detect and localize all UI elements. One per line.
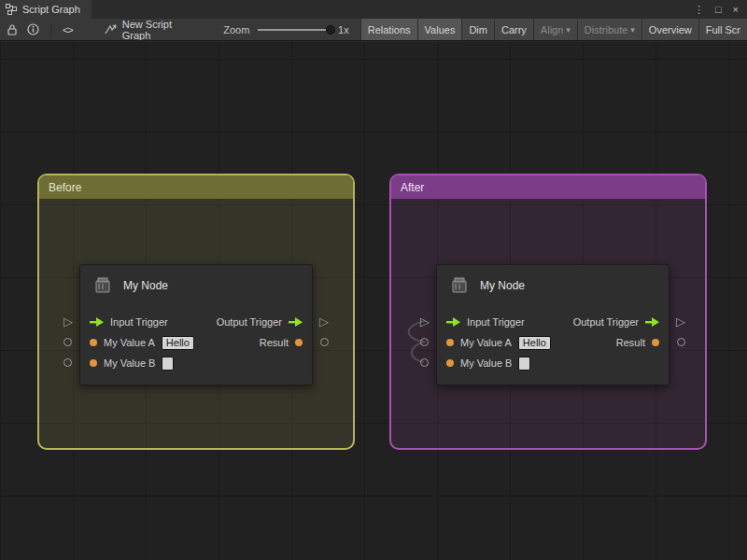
result-port[interactable] — [320, 338, 329, 346]
tab-label: Script Graph — [22, 4, 80, 15]
carry-button[interactable]: Carry — [494, 19, 533, 40]
node-my-node-before[interactable]: ▷ ▷ My Node Input Trigger — [79, 264, 313, 385]
value-a-field[interactable]: Hello — [518, 336, 551, 350]
value-port-dot — [295, 339, 303, 346]
trigger-arrow-icon — [645, 317, 659, 327]
maximize-icon[interactable]: □ — [715, 4, 722, 15]
input-trigger-label: Input Trigger — [467, 316, 525, 328]
value-a-label: My Value A — [104, 337, 155, 348]
value-port-dot — [652, 339, 659, 346]
graph-toolbar: <> New Script Graph Zoom 1x Relations Va… — [0, 19, 747, 41]
result-label: Result — [616, 337, 645, 348]
node-title: My Node — [123, 279, 168, 292]
trigger-arrow-icon — [446, 317, 460, 327]
relations-button[interactable]: Relations — [360, 19, 417, 40]
overview-button[interactable]: Overview — [641, 19, 698, 40]
trigger-arrow-icon — [289, 317, 303, 327]
value-a-port[interactable] — [63, 338, 72, 346]
menu-icon[interactable]: ⋮ — [694, 4, 704, 16]
graph-name-label: New Script Graph — [122, 19, 197, 41]
values-button[interactable]: Values — [417, 19, 462, 40]
window-controls: ⋮ □ × — [694, 0, 747, 19]
align-button[interactable]: Align▾ — [533, 19, 577, 40]
zoom-value: 1x — [338, 24, 349, 35]
group-after-header[interactable]: After — [391, 175, 705, 199]
value-b-port[interactable] — [420, 358, 429, 367]
script-graph-asset-icon — [105, 24, 117, 35]
toolbar-separator — [50, 23, 51, 36]
dim-button[interactable]: Dim — [461, 19, 494, 40]
value-port-dot — [90, 339, 97, 346]
input-trigger-label: Input Trigger — [110, 316, 168, 328]
node-icon — [92, 274, 114, 297]
result-label: Result — [260, 337, 289, 348]
trigger-row: Input Trigger Output Trigger — [80, 312, 312, 332]
distribute-button[interactable]: Distribute▾ — [577, 19, 641, 40]
tab-script-graph[interactable]: Script Graph — [0, 0, 92, 19]
node-header[interactable]: My Node — [80, 265, 312, 306]
value-a-field[interactable]: Hello — [162, 336, 194, 350]
output-trigger-label: Output Trigger — [217, 316, 282, 328]
value-a-row: My Value A Hello Result — [80, 332, 312, 353]
value-b-row: My Value B — [437, 353, 669, 373]
value-b-row: My Value B — [80, 353, 312, 373]
group-after-title: After — [401, 181, 424, 194]
trigger-row: Input Trigger Output Trigger — [437, 312, 669, 332]
zoom-slider[interactable] — [258, 24, 332, 35]
lock-icon[interactable] — [7, 23, 18, 35]
group-before-header[interactable]: Before — [39, 175, 353, 199]
node-title: My Node — [480, 279, 525, 292]
script-graph-tab-icon — [6, 4, 17, 15]
output-trigger-port[interactable]: ▷ — [676, 315, 685, 328]
toolbar-buttons: Relations Values Dim Carry Align▾ Distri… — [360, 19, 747, 40]
close-icon[interactable]: × — [733, 4, 739, 15]
value-a-label: My Value A — [460, 337, 512, 348]
node-header[interactable]: My Node — [437, 265, 669, 306]
value-a-row: My Value A Hello Result — [437, 332, 669, 353]
info-icon[interactable] — [27, 23, 39, 35]
zoom-slider-fill — [258, 29, 331, 31]
value-port-dot — [90, 359, 97, 367]
value-port-dot — [446, 359, 454, 367]
graph-canvas[interactable]: Before After ▷ ▷ — [0, 42, 747, 560]
tab-bar: Script Graph ⋮ □ × — [0, 0, 747, 19]
input-trigger-port[interactable]: ▷ — [63, 315, 73, 328]
value-b-label: My Value B — [104, 357, 155, 369]
group-before-title: Before — [49, 181, 81, 194]
value-b-port[interactable] — [63, 358, 72, 367]
zoom-label: Zoom — [223, 24, 249, 35]
value-b-field[interactable] — [162, 357, 174, 371]
zoom-slider-knob[interactable] — [326, 25, 335, 35]
script-graph-window: Script Graph ⋮ □ × <> — [0, 0, 747, 560]
fullscreen-button[interactable]: Full Scr — [698, 19, 747, 40]
chevron-down-icon: ▾ — [630, 25, 635, 35]
value-a-port[interactable] — [420, 338, 429, 346]
input-trigger-port[interactable]: ▷ — [420, 315, 430, 328]
value-b-field[interactable] — [518, 357, 530, 371]
node-my-node-after[interactable]: ▷ ▷ My Node Input Trigger — [436, 264, 669, 385]
output-trigger-port[interactable]: ▷ — [319, 315, 329, 328]
trigger-arrow-icon — [90, 317, 104, 327]
node-icon — [448, 274, 471, 297]
output-trigger-label: Output Trigger — [573, 316, 639, 328]
value-b-label: My Value B — [460, 357, 512, 369]
value-port-dot — [446, 339, 454, 346]
chevron-down-icon: ▾ — [566, 25, 571, 35]
result-port[interactable] — [677, 338, 685, 346]
code-view-icon[interactable]: <> — [63, 24, 73, 35]
